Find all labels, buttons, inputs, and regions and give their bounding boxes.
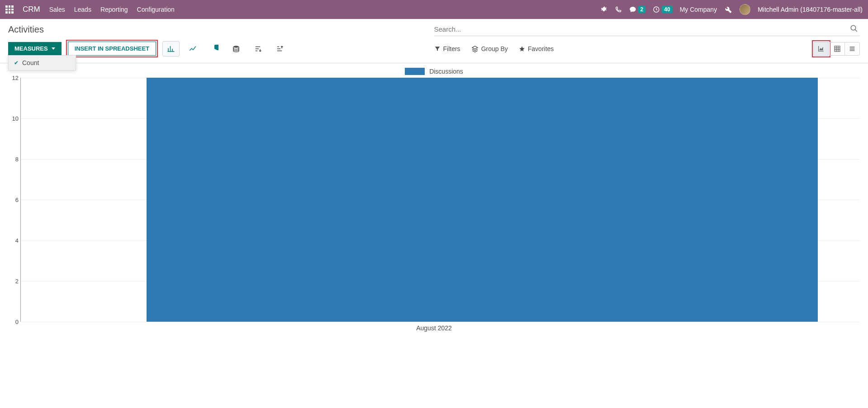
plot-wrap: 024681012: [8, 78, 860, 322]
company-selector[interactable]: My Company: [680, 6, 717, 13]
tools-icon[interactable]: [724, 5, 732, 14]
measures-button[interactable]: MEASURES: [8, 42, 62, 55]
activities-badge: 40: [662, 6, 672, 13]
bar-chart-icon[interactable]: [162, 41, 180, 56]
group-by-button[interactable]: Group By: [471, 45, 508, 52]
y-tick: 0: [15, 319, 19, 325]
filters-button[interactable]: Filters: [434, 45, 460, 52]
grid-line: [21, 322, 860, 322]
control-panel: Activities MEASURES ✔ Count: [0, 19, 868, 63]
nav-configuration[interactable]: Configuration: [137, 6, 175, 13]
x-axis-label: August 2022: [8, 322, 860, 332]
messages-icon[interactable]: 2: [629, 6, 646, 13]
bar: [147, 78, 818, 322]
search-input[interactable]: [434, 25, 849, 33]
y-tick: 12: [12, 75, 19, 81]
navbar-right: 2 40 My Company Mitchell Admin (18407176…: [600, 4, 863, 15]
messages-badge: 2: [638, 6, 646, 13]
page-title: Activities: [8, 24, 434, 35]
sort-asc-icon[interactable]: [271, 41, 288, 56]
activities-icon[interactable]: 40: [653, 6, 672, 13]
y-tick: 6: [15, 197, 19, 203]
svg-rect-3: [835, 46, 840, 52]
insert-spreadsheet-button[interactable]: INSERT IN SPREADSHEET: [68, 42, 156, 56]
measures-dropdown: MEASURES ✔ Count: [8, 42, 62, 55]
left-tools: MEASURES ✔ Count INSERT IN SPREADSHEET: [8, 40, 434, 57]
svg-point-2: [233, 46, 239, 48]
measures-item-label: Count: [22, 59, 39, 66]
apps-icon[interactable]: [5, 5, 14, 14]
measures-menu: ✔ Count: [8, 55, 76, 70]
y-tick: 4: [15, 237, 19, 244]
user-name[interactable]: Mitchell Admin (18407176-master-all): [758, 6, 863, 13]
navbar-left: CRM Sales Leads Reporting Configuration: [5, 5, 175, 14]
avatar[interactable]: [740, 4, 750, 15]
cp-row-1: Activities: [8, 23, 860, 36]
graph-view-button[interactable]: [813, 42, 829, 56]
caret-down-icon: [52, 47, 55, 50]
stacked-icon[interactable]: [228, 41, 245, 56]
search-bar[interactable]: [434, 23, 860, 36]
legend-label: Discussions: [429, 68, 463, 75]
app-brand[interactable]: CRM: [23, 5, 40, 14]
nav-reporting[interactable]: Reporting: [100, 6, 128, 13]
chart-legend: Discussions: [8, 65, 860, 78]
pivot-view-button[interactable]: [830, 42, 845, 56]
favorites-button[interactable]: Favorites: [519, 45, 554, 52]
right-tools: Filters Group By Favorites: [434, 40, 860, 57]
svg-point-1: [851, 25, 856, 30]
sort-desc-icon[interactable]: [249, 41, 266, 56]
top-navbar: CRM Sales Leads Reporting Configuration …: [0, 0, 868, 19]
list-view-button[interactable]: [844, 42, 860, 56]
line-chart-icon[interactable]: [184, 41, 201, 56]
search-icon[interactable]: [848, 24, 860, 34]
plot-area: [21, 78, 860, 322]
highlight-graph-view: [812, 40, 830, 57]
phone-icon[interactable]: [615, 6, 622, 13]
group-by-label: Group By: [481, 45, 508, 52]
y-axis: 024681012: [8, 78, 21, 322]
y-tick: 2: [15, 278, 19, 285]
favorites-label: Favorites: [528, 45, 554, 52]
chart-area: Discussions 024681012 August 2022: [0, 63, 868, 335]
debug-icon[interactable]: [600, 6, 607, 13]
measures-label: MEASURES: [14, 45, 48, 52]
legend-swatch: [405, 68, 425, 75]
y-tick: 10: [12, 115, 19, 122]
y-tick: 8: [15, 156, 19, 163]
cp-row-2: MEASURES ✔ Count INSERT IN SPREADSHEET: [8, 40, 860, 63]
view-switcher: [812, 40, 860, 57]
pie-chart-icon[interactable]: [206, 41, 223, 56]
nav-sales[interactable]: Sales: [49, 6, 65, 13]
nav-leads[interactable]: Leads: [74, 6, 91, 13]
check-icon: ✔: [14, 60, 19, 66]
highlight-insert: INSERT IN SPREADSHEET: [66, 40, 158, 57]
measures-item-count[interactable]: ✔ Count: [9, 56, 76, 70]
filters-label: Filters: [443, 45, 460, 52]
